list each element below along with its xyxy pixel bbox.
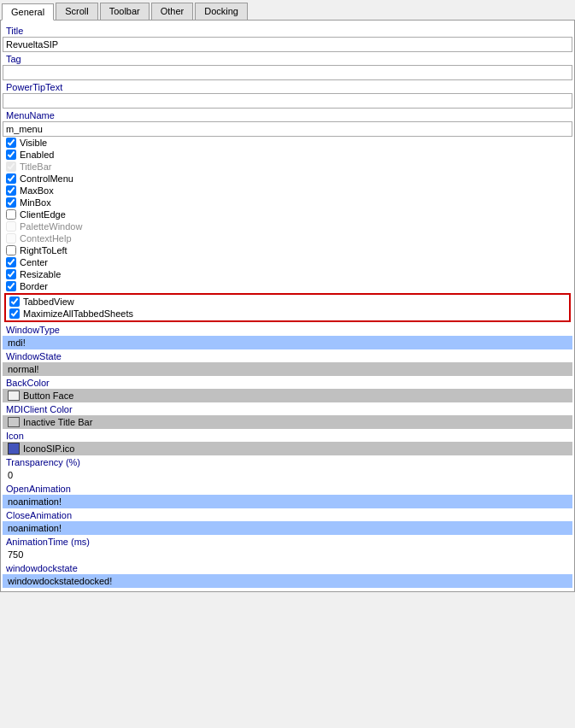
mdiclientcolor-swatch: [8, 417, 20, 427]
cb-resizable[interactable]: [6, 269, 16, 279]
menuname-field: MenuName: [3, 109, 572, 137]
openanimation-label: OpenAnimation: [3, 482, 572, 495]
mdiclientcolor-label: MDIClient Color: [3, 402, 572, 415]
cb-border-row: Border: [3, 280, 572, 292]
cb-palettewindow-label: PaletteWindow: [20, 221, 82, 232]
closeanimation-field: CloseAnimation noanimation!: [3, 508, 572, 535]
cb-minbox-row: MinBox: [3, 197, 572, 208]
highlighted-section: TabbedView MaximizeAllTabbedSheets: [4, 293, 571, 322]
cb-tabbedview-label: TabbedView: [23, 296, 74, 307]
menuname-label: MenuName: [3, 109, 572, 121]
cb-maximizealltabbedsheets-row: MaximizeAllTabbedSheets: [6, 308, 569, 320]
windowtype-field: WindowType mdi!: [3, 323, 572, 349]
backcolor-label: BackColor: [3, 376, 572, 389]
windowtype-value: mdi!: [3, 336, 572, 349]
powertiptext-label: PowerTipText: [3, 80, 572, 93]
tab-other[interactable]: Other: [151, 3, 194, 20]
cb-visible[interactable]: [6, 138, 16, 148]
cb-tabbedview[interactable]: [9, 296, 20, 307]
icon-label: Icon: [3, 429, 572, 442]
cb-righttoleft[interactable]: [6, 245, 16, 255]
mdiclientcolor-field: MDIClient Color Inactive Title Bar: [3, 402, 572, 429]
tab-general[interactable]: General: [2, 3, 54, 21]
icon-value: IconoSIP.ico: [3, 442, 572, 455]
closeanimation-value: noanimation!: [3, 521, 572, 535]
closeanimation-label: CloseAnimation: [3, 508, 572, 521]
cb-clientedge-row: ClientEdge: [3, 208, 572, 220]
title-field: Title: [3, 24, 572, 52]
title-label: Title: [3, 24, 572, 37]
cb-resizable-row: Resizable: [3, 268, 572, 280]
cb-enabled-row: Enabled: [3, 149, 572, 161]
icon-field: Icon IconoSIP.ico: [3, 429, 572, 455]
windowstate-value: normal!: [3, 362, 572, 376]
cb-resizable-label: Resizable: [20, 269, 61, 279]
cb-contexthelp-label: ContextHelp: [20, 233, 72, 244]
mdiclientcolor-value: Inactive Title Bar: [3, 415, 572, 429]
transparency-value: 0: [3, 468, 572, 482]
cb-center-label: Center: [20, 257, 48, 267]
cb-visible-label: Visible: [20, 138, 47, 148]
cb-tabbedview-row: TabbedView: [6, 296, 569, 308]
cb-titlebar-row: TitleBar: [3, 161, 572, 173]
windowdockstate-value: windowdockstatedocked!: [3, 574, 572, 588]
cb-titlebar-label: TitleBar: [20, 161, 52, 172]
cb-maximizealltabbedsheets-label: MaximizeAllTabbedSheets: [23, 308, 133, 319]
windowstate-label: WindowState: [3, 349, 572, 362]
cb-palettewindow: [6, 221, 16, 232]
windowdockstate-label: windowdockstate: [3, 561, 572, 574]
tab-docking[interactable]: Docking: [195, 3, 248, 20]
cb-border[interactable]: [6, 281, 16, 291]
cb-maxbox[interactable]: [6, 185, 16, 196]
title-input[interactable]: [3, 37, 572, 52]
tab-content: Title Tag PowerTipText MenuName Visible …: [0, 21, 575, 592]
animationtime-value: 750: [3, 548, 572, 561]
cb-contexthelp: [6, 233, 16, 244]
menuname-input[interactable]: [3, 121, 572, 137]
cb-clientedge-label: ClientEdge: [20, 209, 66, 220]
powertiptext-input[interactable]: [3, 93, 572, 109]
windowstate-field: WindowState normal!: [3, 349, 572, 376]
tag-label: Tag: [3, 52, 572, 65]
cb-minbox[interactable]: [6, 197, 16, 208]
cb-maxbox-label: MaxBox: [20, 185, 54, 196]
cb-enabled[interactable]: [6, 150, 16, 160]
cb-titlebar: [6, 161, 16, 172]
animationtime-field: AnimationTime (ms) 750: [3, 535, 572, 561]
cb-minbox-label: MinBox: [20, 197, 51, 208]
cb-visible-row: Visible: [3, 137, 572, 149]
cb-controlmenu-label: ControlMenu: [20, 173, 73, 184]
cb-controlmenu-row: ControlMenu: [3, 173, 572, 185]
cb-clientedge[interactable]: [6, 209, 16, 220]
transparency-field: Transparency (%) 0: [3, 455, 572, 482]
backcolor-swatch: [8, 390, 20, 401]
tabs-bar: General Scroll Toolbar Other Docking: [0, 0, 575, 21]
cb-palettewindow-row: PaletteWindow: [3, 220, 572, 232]
powertiptext-field: PowerTipText: [3, 80, 572, 109]
openanimation-field: OpenAnimation noanimation!: [3, 482, 572, 508]
cb-controlmenu[interactable]: [6, 173, 16, 184]
cb-center-row: Center: [3, 256, 572, 268]
windowtype-label: WindowType: [3, 323, 572, 336]
cb-maximizealltabbedsheets[interactable]: [9, 308, 20, 319]
windowdockstate-field: windowdockstate windowdockstatedocked!: [3, 561, 572, 588]
openanimation-value: noanimation!: [3, 495, 572, 508]
tag-input[interactable]: [3, 65, 572, 80]
tab-toolbar[interactable]: Toolbar: [100, 3, 150, 20]
animationtime-label: AnimationTime (ms): [3, 535, 572, 548]
cb-enabled-label: Enabled: [20, 150, 54, 160]
cb-contexthelp-row: ContextHelp: [3, 232, 572, 244]
icon-preview: [8, 443, 20, 455]
cb-righttoleft-label: RightToLeft: [20, 245, 67, 255]
tab-scroll[interactable]: Scroll: [56, 3, 98, 20]
cb-maxbox-row: MaxBox: [3, 185, 572, 197]
cb-center[interactable]: [6, 257, 16, 267]
transparency-label: Transparency (%): [3, 455, 572, 468]
backcolor-value: Button Face: [3, 389, 572, 402]
tag-field: Tag: [3, 52, 572, 80]
cb-border-label: Border: [20, 281, 48, 291]
backcolor-field: BackColor Button Face: [3, 376, 572, 402]
cb-righttoleft-row: RightToLeft: [3, 244, 572, 256]
